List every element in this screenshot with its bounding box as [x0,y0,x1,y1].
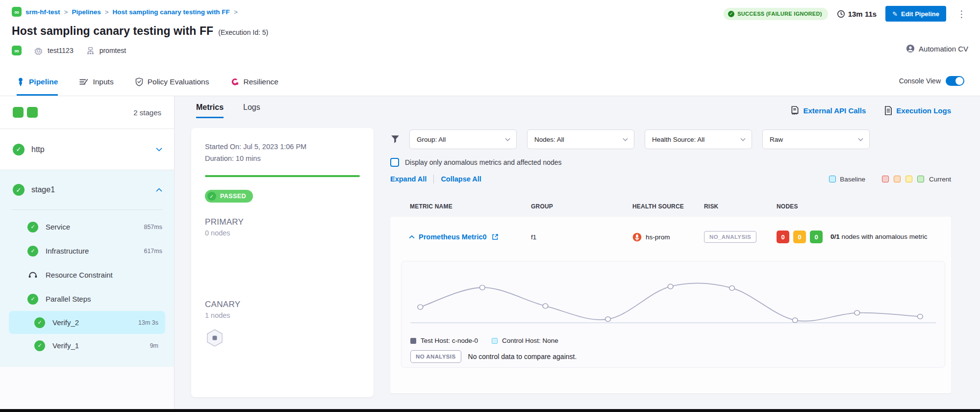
more-options-menu[interactable]: ⋮ [955,8,968,20]
tab-policy-evaluations[interactable]: Policy Evaluations [135,77,209,96]
tab-resilience[interactable]: Resilience [230,77,278,96]
canary-node-hexagon[interactable] [205,328,225,348]
filter-funnel-icon[interactable] [390,134,400,144]
stage-count: 2 stages [133,108,161,117]
success-check-icon: ✓ [34,340,45,351]
metric-row-card: Prometheus Metric0 f1 hs-prom NO_ANALYSI… [390,217,951,393]
canary-node-count: 1 nodes [205,311,360,319]
chart-color-legend: Baseline Current [829,176,951,183]
breadcrumb-project-link[interactable]: srm-hf-test [25,8,60,16]
risk-badge: NO_ANALYSIS [704,231,756,243]
user-icon [906,44,915,53]
sidebar-stage-http[interactable]: ✓ http [0,129,174,170]
service-name: test1123 [48,47,74,54]
success-check-icon: ✓ [27,222,38,232]
execution-logs-link[interactable]: Execution Logs [884,106,951,115]
chevron-down-icon [741,136,746,141]
primary-node-count: 0 nodes [205,229,360,237]
current-red-swatch [882,176,889,182]
group-filter-select[interactable]: Group: All [409,129,517,149]
success-check-icon: ✓ [13,144,25,155]
test-host-legend: Test Host: c-node-0 [410,337,478,344]
chevron-up-icon[interactable] [156,188,162,194]
breadcrumb-pipeline-link[interactable]: Host sampling canary testing with FF [113,8,230,16]
metric-chart-card: Test Host: c-node-0 Control Host: None N… [401,261,945,368]
breadcrumb-separator: > [64,8,68,16]
chevron-down-icon [858,136,863,141]
divider [12,209,162,210]
environment-name: promtest [100,47,126,54]
sidebar-step-parallel-steps[interactable]: ✓ Parallel Steps [0,287,174,311]
metrics-table-header: METRIC NAME GROUP HEALTH SOURCE RISK NOD… [390,203,951,210]
sidebar-step-verify-2[interactable]: ✓ Verify_2 13m 3s [9,311,165,334]
sidebar-step-service[interactable]: ✓ Service 857ms [0,215,174,239]
queue-icon [27,271,38,279]
chevron-down-icon [623,136,628,141]
breadcrumb: ∞ srm-hf-test > Pipelines > Host samplin… [12,6,268,18]
cd-module-icon: ∞ [12,46,22,55]
pipeline-icon [17,77,25,86]
data-mode-select[interactable]: Raw [762,129,870,149]
nodes-filter-select[interactable]: Nodes: All [527,129,634,149]
environment-icon [86,47,95,55]
anomalous-only-checkbox[interactable] [390,158,399,167]
main-tabbar: Pipeline Inputs Policy Evaluations Resil… [0,58,980,96]
expand-all-link[interactable]: Expand All [390,175,427,183]
app-window: ∞ srm-hf-test > Pipelines > Host samplin… [0,0,980,412]
canary-group-label: CANARY [205,300,360,309]
breadcrumb-pipelines-link[interactable]: Pipelines [72,8,101,16]
external-link-icon[interactable] [492,233,499,240]
success-check-icon: ✓ [13,184,25,196]
success-check-icon: ✓ [27,246,38,257]
success-check-icon: ✓ [728,11,734,17]
stage-square-icon[interactable] [13,107,24,118]
tab-inputs[interactable]: Inputs [79,77,113,96]
stages-summary: 2 stages [0,96,174,129]
api-document-icon: API [791,106,799,115]
started-on: Started On: Jul 5, 2023 1:06 PM [205,141,360,153]
console-view-toggle[interactable] [946,76,964,86]
stage-square-icon[interactable] [27,107,38,118]
gear-icon [34,47,43,55]
current-orange-swatch [894,176,901,182]
no-analysis-badge: NO ANALYSIS [410,350,461,363]
sidebar-stage-stage1[interactable]: ✓ stage1 [0,170,174,209]
chevron-down-icon [505,136,510,141]
tab-metrics[interactable]: Metrics [196,103,224,118]
resilience-chaos-icon [230,78,239,86]
execution-stages-sidebar: 2 stages ✓ http ✓ stage1 ✓ Service 857ms [0,96,175,409]
step-details-panel: Metrics Logs Started On: Jul 5, 2023 1:0… [175,96,380,409]
primary-group-label: PRIMARY [205,217,360,227]
chevron-down-icon[interactable] [156,145,162,152]
metric-chart-svg[interactable] [410,268,936,333]
tab-pipeline[interactable]: Pipeline [17,77,58,96]
window-bottom-edge [0,409,980,412]
green-node-count-badge: 0 [810,231,823,243]
yellow-node-count-badge: 0 [793,231,806,243]
metric-name-link[interactable]: Prometheus Metric0 [419,233,487,241]
execution-duration: 13m 11s [837,10,877,18]
health-source-filter-select[interactable]: Health Source: All [645,129,752,149]
status-badge: ✓ SUCCESS (FAILURE IGNORED) [724,8,828,20]
success-check-icon: ✓ [27,294,38,305]
sidebar-step-resource-constraint[interactable]: Resource Constraint [0,263,174,287]
svg-text:API: API [792,112,798,115]
tab-logs[interactable]: Logs [243,103,260,118]
pencil-icon: ✎ [892,10,898,18]
collapse-row-chevron-icon[interactable] [409,235,414,240]
anomalous-nodes-summary: 0/1 nodes with anomalous metric [830,232,927,241]
document-icon [884,106,892,115]
baseline-legend-swatch [829,176,836,182]
metrics-analysis-panel: API External API Calls Execution Logs Gr… [380,96,980,409]
execution-id: (Execution Id: 5) [218,28,268,36]
passed-status-badge: ✓ PASSED [205,190,253,203]
anomalous-only-label: Display only anomalous metrics and affec… [405,158,562,166]
current-green-swatch [917,176,924,182]
sidebar-step-verify-1[interactable]: ✓ Verify_1 9m [9,334,165,357]
triggered-by: Automation CV [906,44,968,53]
external-api-calls-link[interactable]: API External API Calls [791,106,866,115]
sidebar-step-infrastructure[interactable]: ✓ Infrastructure 617ms [0,239,174,263]
health-source-name: hs-prom [646,233,670,241]
edit-pipeline-button[interactable]: ✎ Edit Pipeline [885,6,946,22]
collapse-all-link[interactable]: Collapse All [441,175,481,183]
